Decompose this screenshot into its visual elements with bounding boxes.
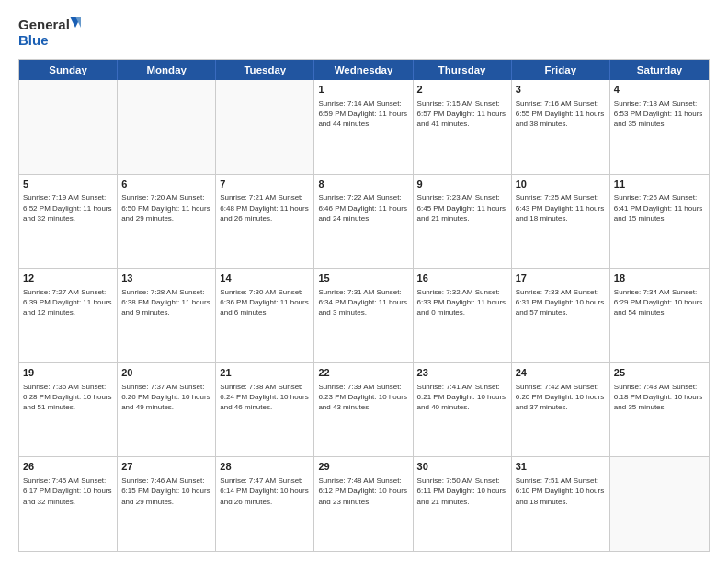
empty-cell	[19, 80, 118, 174]
day-info: Sunrise: 7:39 AM Sunset: 6:23 PM Dayligh…	[318, 382, 408, 413]
calendar-day-cell: 10Sunrise: 7:25 AM Sunset: 6:43 PM Dayli…	[512, 175, 610, 269]
calendar-day-cell: 29Sunrise: 7:48 AM Sunset: 6:12 PM Dayli…	[314, 457, 413, 551]
calendar-row: 5Sunrise: 7:19 AM Sunset: 6:52 PM Daylig…	[19, 174, 709, 269]
day-info: Sunrise: 7:23 AM Sunset: 6:45 PM Dayligh…	[417, 192, 507, 224]
logo-svg: GeneralBlue	[18, 15, 83, 50]
day-number: 8	[318, 178, 408, 191]
day-info: Sunrise: 7:19 AM Sunset: 6:52 PM Dayligh…	[23, 192, 113, 224]
calendar-day-cell: 20Sunrise: 7:37 AM Sunset: 6:26 PM Dayli…	[118, 363, 216, 457]
calendar-day-cell: 27Sunrise: 7:46 AM Sunset: 6:15 PM Dayli…	[118, 457, 216, 551]
calendar-day-cell: 30Sunrise: 7:50 AM Sunset: 6:11 PM Dayli…	[414, 457, 512, 551]
calendar-day-cell: 26Sunrise: 7:45 AM Sunset: 6:17 PM Dayli…	[19, 457, 118, 551]
day-number: 18	[614, 271, 705, 285]
day-number: 13	[121, 271, 211, 285]
day-info: Sunrise: 7:45 AM Sunset: 6:17 PM Dayligh…	[23, 476, 113, 507]
calendar-header: SundayMondayTuesdayWednesdayThursdayFrid…	[19, 60, 709, 80]
day-number: 16	[417, 271, 507, 285]
day-number: 4	[614, 83, 705, 97]
empty-cell	[216, 80, 314, 174]
day-number: 15	[318, 271, 408, 285]
calendar-day-cell: 15Sunrise: 7:31 AM Sunset: 6:34 PM Dayli…	[314, 269, 413, 362]
day-number: 6	[121, 178, 211, 191]
day-number: 3	[516, 83, 606, 97]
weekday-header: Tuesday	[216, 60, 314, 80]
calendar-row: 12Sunrise: 7:27 AM Sunset: 6:39 PM Dayli…	[19, 268, 709, 362]
weekday-header: Saturday	[610, 60, 709, 80]
day-number: 12	[23, 271, 113, 285]
day-info: Sunrise: 7:33 AM Sunset: 6:31 PM Dayligh…	[516, 287, 606, 318]
calendar-day-cell: 19Sunrise: 7:36 AM Sunset: 6:28 PM Dayli…	[19, 363, 118, 457]
svg-text:General: General	[18, 17, 70, 32]
day-info: Sunrise: 7:16 AM Sunset: 6:55 PM Dayligh…	[516, 98, 606, 130]
calendar-day-cell: 18Sunrise: 7:34 AM Sunset: 6:29 PM Dayli…	[610, 269, 709, 362]
day-number: 25	[614, 366, 705, 380]
calendar-day-cell: 12Sunrise: 7:27 AM Sunset: 6:39 PM Dayli…	[19, 269, 118, 362]
day-number: 9	[417, 178, 507, 191]
day-number: 31	[516, 460, 606, 474]
day-info: Sunrise: 7:26 AM Sunset: 6:41 PM Dayligh…	[614, 192, 705, 224]
day-number: 7	[220, 178, 310, 191]
day-info: Sunrise: 7:38 AM Sunset: 6:24 PM Dayligh…	[220, 382, 310, 413]
calendar-day-cell: 31Sunrise: 7:51 AM Sunset: 6:10 PM Dayli…	[512, 457, 610, 551]
day-number: 29	[318, 460, 408, 474]
day-number: 20	[121, 366, 211, 380]
calendar-day-cell: 1Sunrise: 7:14 AM Sunset: 6:59 PM Daylig…	[314, 80, 413, 174]
day-info: Sunrise: 7:27 AM Sunset: 6:39 PM Dayligh…	[23, 287, 113, 318]
day-number: 27	[121, 460, 211, 474]
empty-cell	[118, 80, 216, 174]
calendar-day-cell: 3Sunrise: 7:16 AM Sunset: 6:55 PM Daylig…	[512, 80, 610, 174]
calendar-day-cell: 7Sunrise: 7:21 AM Sunset: 6:48 PM Daylig…	[216, 175, 314, 269]
calendar-day-cell: 24Sunrise: 7:42 AM Sunset: 6:20 PM Dayli…	[512, 363, 610, 457]
calendar-day-cell: 4Sunrise: 7:18 AM Sunset: 6:53 PM Daylig…	[610, 80, 709, 174]
calendar-day-cell: 17Sunrise: 7:33 AM Sunset: 6:31 PM Dayli…	[512, 269, 610, 362]
calendar-row: 1Sunrise: 7:14 AM Sunset: 6:59 PM Daylig…	[19, 80, 709, 174]
day-info: Sunrise: 7:50 AM Sunset: 6:11 PM Dayligh…	[417, 476, 507, 507]
calendar-day-cell: 2Sunrise: 7:15 AM Sunset: 6:57 PM Daylig…	[414, 80, 512, 174]
day-info: Sunrise: 7:15 AM Sunset: 6:57 PM Dayligh…	[417, 98, 507, 130]
day-info: Sunrise: 7:37 AM Sunset: 6:26 PM Dayligh…	[121, 382, 211, 413]
calendar-day-cell: 16Sunrise: 7:32 AM Sunset: 6:33 PM Dayli…	[414, 269, 512, 362]
day-number: 24	[516, 366, 606, 380]
calendar-page: GeneralBlue SundayMondayTuesdayWednesday…	[0, 0, 728, 563]
day-info: Sunrise: 7:43 AM Sunset: 6:18 PM Dayligh…	[614, 382, 705, 413]
day-number: 5	[23, 178, 113, 191]
calendar-day-cell: 8Sunrise: 7:22 AM Sunset: 6:46 PM Daylig…	[314, 175, 413, 269]
day-number: 2	[417, 83, 507, 97]
calendar-day-cell: 25Sunrise: 7:43 AM Sunset: 6:18 PM Dayli…	[610, 363, 709, 457]
day-number: 30	[417, 460, 507, 474]
day-info: Sunrise: 7:18 AM Sunset: 6:53 PM Dayligh…	[614, 98, 705, 130]
calendar-day-cell: 22Sunrise: 7:39 AM Sunset: 6:23 PM Dayli…	[314, 363, 413, 457]
calendar-day-cell: 5Sunrise: 7:19 AM Sunset: 6:52 PM Daylig…	[19, 175, 118, 269]
empty-cell	[610, 457, 709, 551]
weekday-header: Friday	[512, 60, 610, 80]
day-info: Sunrise: 7:51 AM Sunset: 6:10 PM Dayligh…	[516, 476, 606, 507]
calendar-day-cell: 28Sunrise: 7:47 AM Sunset: 6:14 PM Dayli…	[216, 457, 314, 551]
day-number: 14	[220, 271, 310, 285]
calendar-day-cell: 13Sunrise: 7:28 AM Sunset: 6:38 PM Dayli…	[118, 269, 216, 362]
day-info: Sunrise: 7:30 AM Sunset: 6:36 PM Dayligh…	[220, 287, 310, 318]
calendar-day-cell: 14Sunrise: 7:30 AM Sunset: 6:36 PM Dayli…	[216, 269, 314, 362]
day-info: Sunrise: 7:46 AM Sunset: 6:15 PM Dayligh…	[121, 476, 211, 507]
calendar-row: 19Sunrise: 7:36 AM Sunset: 6:28 PM Dayli…	[19, 362, 709, 457]
day-info: Sunrise: 7:25 AM Sunset: 6:43 PM Dayligh…	[516, 192, 606, 224]
calendar-day-cell: 21Sunrise: 7:38 AM Sunset: 6:24 PM Dayli…	[216, 363, 314, 457]
day-info: Sunrise: 7:36 AM Sunset: 6:28 PM Dayligh…	[23, 382, 113, 413]
day-number: 11	[614, 178, 705, 191]
day-info: Sunrise: 7:41 AM Sunset: 6:21 PM Dayligh…	[417, 382, 507, 413]
day-info: Sunrise: 7:21 AM Sunset: 6:48 PM Dayligh…	[220, 192, 310, 224]
day-info: Sunrise: 7:14 AM Sunset: 6:59 PM Dayligh…	[318, 98, 408, 130]
logo: GeneralBlue	[18, 15, 83, 50]
day-number: 21	[220, 366, 310, 380]
day-info: Sunrise: 7:28 AM Sunset: 6:38 PM Dayligh…	[121, 287, 211, 318]
weekday-header: Monday	[118, 60, 216, 80]
day-info: Sunrise: 7:42 AM Sunset: 6:20 PM Dayligh…	[516, 382, 606, 413]
day-info: Sunrise: 7:22 AM Sunset: 6:46 PM Dayligh…	[318, 192, 408, 224]
day-number: 1	[318, 83, 408, 97]
day-number: 26	[23, 460, 113, 474]
calendar-day-cell: 9Sunrise: 7:23 AM Sunset: 6:45 PM Daylig…	[414, 175, 512, 269]
day-number: 28	[220, 460, 310, 474]
day-info: Sunrise: 7:34 AM Sunset: 6:29 PM Dayligh…	[614, 287, 705, 318]
day-info: Sunrise: 7:48 AM Sunset: 6:12 PM Dayligh…	[318, 476, 408, 507]
page-header: GeneralBlue	[18, 15, 710, 50]
weekday-header: Wednesday	[314, 60, 413, 80]
